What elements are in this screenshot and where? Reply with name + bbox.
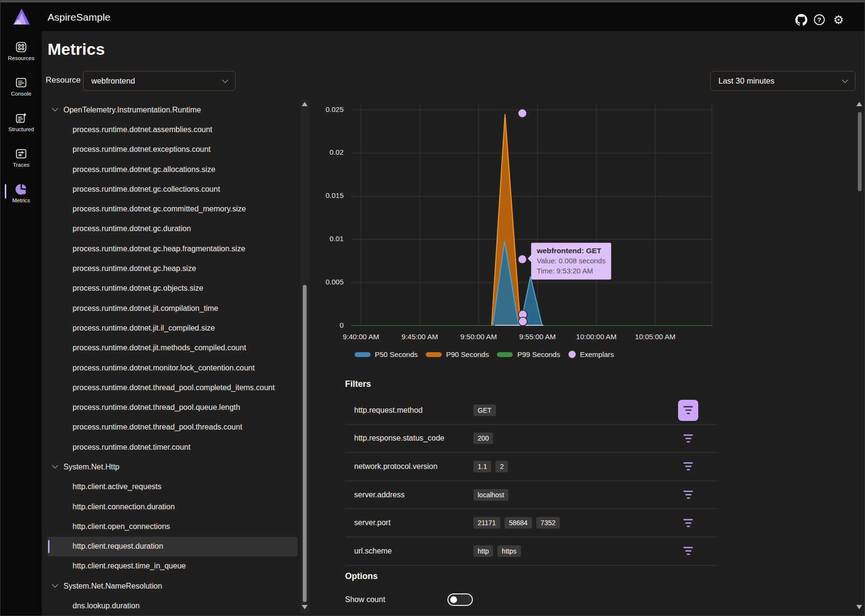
metrics-tree: OpenTelemetry.Instrumentation.Runtimepro… [48,100,297,616]
legend-label: P50 Seconds [375,350,418,358]
show-count-toggle[interactable] [447,593,473,606]
filter-icon-button[interactable] [678,541,698,562]
tree-metric-row[interactable]: process.runtime.dotnet.gc.allocations.si… [48,160,297,179]
sidebar-item-resources[interactable]: Resources [0,34,42,67]
tree-metric-row[interactable]: process.runtime.dotnet.jit.il_compiled.s… [48,318,297,338]
sidebar-item-label: Resources [8,55,35,61]
tree-metric-row[interactable]: dns.lookup.duration [48,596,297,616]
filter-lines-icon [683,434,693,443]
tree-metric-row[interactable]: process.runtime.dotnet.jit.compilation_t… [48,298,297,318]
filter-icon-button[interactable] [678,456,698,477]
tree-metric-row[interactable]: process.runtime.dotnet.gc.objects.size [48,279,297,298]
legend-swatch-icon [355,352,371,357]
tooltip-time: Time: 9:53:20 AM [537,266,606,276]
tree-row-label: process.runtime.dotnet.jit.il_compiled.s… [73,324,215,333]
tree-metric-row[interactable]: http.client.request.time_in_queue [48,556,297,576]
filter-attribute-label: http.request.method [354,406,470,415]
legend-dot-icon [568,351,576,358]
tree-metric-row[interactable]: process.runtime.dotnet.gc.duration [48,219,297,239]
settings-gear-icon[interactable]: ⚙ [832,13,845,26]
filter-attribute-label: server.port [354,518,470,527]
tree-metric-row[interactable]: http.client.request.duration [48,537,297,556]
resource-select-value: webfrontend [91,76,135,86]
filter-row: network.protocol.version1.12 [346,453,717,481]
sidebar-item-structured[interactable]: Structured [0,105,42,138]
tree-group-row[interactable]: OpenTelemetry.Instrumentation.Runtime [48,100,297,120]
sidebar-item-label: Traces [13,162,30,168]
tree-row-label: OpenTelemetry.Instrumentation.Runtime [63,106,201,114]
tree-row-label: http.client.request.time_in_queue [73,562,186,570]
tree-metric-row[interactable]: process.runtime.dotnet.gc.committed_memo… [48,199,297,219]
y-axis-tick-label: 0.015 [303,191,344,199]
metrics-chart[interactable] [351,104,712,326]
options-heading: Options [345,571,378,581]
github-icon[interactable] [794,13,808,26]
chevron-down-icon [52,581,58,588]
filter-attribute-label: http.response.status_code [354,434,470,443]
filter-value-badge: 58684 [505,517,532,529]
tree-metric-row[interactable]: http.client.open_connections [48,517,297,536]
tree-metric-row[interactable]: process.runtime.dotnet.thread_pool.threa… [48,418,297,437]
filter-row: url.schemehttphttps [346,537,717,566]
x-axis-tick-label: 10:05:00 AM [624,333,686,341]
help-icon[interactable]: ? [813,13,826,26]
tree-metric-row[interactable]: process.runtime.dotnet.gc.heap.fragmenta… [48,239,297,259]
filter-icon-button[interactable] [678,512,698,533]
legend-item[interactable]: P90 Seconds [426,350,489,358]
sidebar-item-metrics[interactable]: Metrics [0,176,42,209]
filter-value-badge: GET [473,405,496,416]
tree-metric-row[interactable]: process.runtime.dotnet.jit.methods_compi… [48,338,297,358]
tree-metric-row[interactable]: process.runtime.dotnet.gc.collections.co… [48,179,297,199]
tree-metric-row[interactable]: process.runtime.dotnet.exceptions.count [48,140,297,160]
tree-metric-row[interactable]: process.runtime.dotnet.gc.heap.size [48,259,297,278]
legend-label: Exemplars [580,350,614,358]
filter-value-badge: http [473,545,493,557]
tree-row-label: process.runtime.dotnet.gc.heap.fragmenta… [73,245,245,253]
show-count-label: Show count [345,595,385,604]
filter-icon-button[interactable] [678,484,698,505]
sidebar-item-console[interactable]: Console [0,70,42,102]
tree-row-label: System.Net.Http [63,463,119,471]
tree-row-label: process.runtime.dotnet.monitor.lock_cont… [73,364,255,372]
filter-value-badge: https [497,545,520,557]
legend-swatch-icon [426,352,442,357]
chart-legend: P50 SecondsP90 SecondsP99 SecondsExempla… [355,350,614,358]
filter-icon-button[interactable] [678,428,698,449]
legend-item[interactable]: P50 Seconds [355,350,418,358]
tree-metric-row[interactable]: process.runtime.dotnet.thread_pool.queue… [48,397,297,417]
tooltip-value: Value: 0.008 seconds [537,256,606,266]
resource-label: Resource [46,75,81,85]
sidebar-item-traces[interactable]: Traces [0,141,42,173]
filter-icon-button[interactable] [678,400,698,421]
page-scrollbar-thumb[interactable] [858,112,862,191]
page-scrollbar-down-arrow[interactable] [856,605,862,609]
app-title: AspireSample [48,12,111,23]
legend-item[interactable]: Exemplars [568,350,614,358]
filter-values: 200 [473,432,493,444]
filter-values: 21171586847352 [473,517,560,529]
active-page-indicator [5,184,6,198]
tree-scrollbar-thumb[interactable] [303,285,307,602]
filter-value-badge: 21171 [473,517,500,529]
x-axis-tick-label: 9:40:00 AM [330,333,392,341]
tree-row-label: http.client.active_requests [73,482,161,491]
tree-row-label: process.runtime.dotnet.gc.objects.size [73,284,203,293]
tree-metric-row[interactable]: http.client.connection.duration [48,497,297,517]
tree-scrollbar-down-arrow[interactable] [302,605,308,609]
tree-group-row[interactable]: System.Net.Http [48,457,297,477]
page-scrollbar-up-arrow[interactable] [856,102,862,106]
tree-group-row[interactable]: System.Net.NameResolution [48,576,297,596]
sidebar-item-label: Structured [8,126,34,132]
tree-metric-row[interactable]: http.client.active_requests [48,477,297,497]
tree-metric-row[interactable]: process.runtime.dotnet.thread_pool.compl… [48,378,297,397]
tree-metric-row[interactable]: process.runtime.dotnet.timer.count [48,437,297,457]
x-axis-tick-label: 9:50:00 AM [447,333,510,341]
legend-item[interactable]: P99 Seconds [497,350,560,358]
legend-label: P99 Seconds [517,350,560,358]
filter-value-badge: 2 [495,461,508,472]
resource-select[interactable]: webfrontend [83,71,235,91]
tree-metric-row[interactable]: process.runtime.dotnet.monitor.lock_cont… [48,358,297,378]
tree-metric-row[interactable]: process.runtime.dotnet.assemblies.count [48,120,297,139]
time-range-select[interactable]: Last 30 minutes [710,71,855,91]
y-axis-tick-label: 0.025 [303,105,344,113]
